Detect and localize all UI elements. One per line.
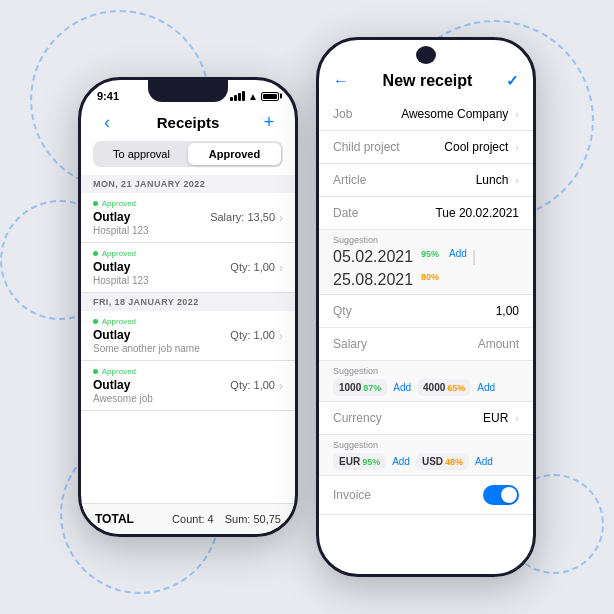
- qty-row[interactable]: Qty 1,00: [319, 295, 533, 328]
- salary-row[interactable]: Salary Amount: [319, 328, 533, 361]
- item-detail: Qty: 1,00: [230, 261, 275, 273]
- currency-value: EUR ›: [483, 411, 519, 425]
- date-field-row[interactable]: Date Tue 20.02.2021: [319, 197, 533, 230]
- total-bar: TOTAL Count: 4 Sum: 50,75: [81, 503, 295, 534]
- item-type: Outlay: [93, 328, 130, 342]
- confirm-button[interactable]: ✓: [506, 72, 519, 90]
- item-sub: Some another job name: [93, 343, 275, 354]
- currency-field-row[interactable]: Currency EUR ›: [319, 402, 533, 435]
- job-field-row[interactable]: Job Awesome Company ›: [319, 98, 533, 131]
- chevron-icon: ›: [279, 379, 283, 393]
- article-field-row[interactable]: Article Lunch ›: [319, 164, 533, 197]
- currency-chip-val-2: USD: [422, 456, 443, 467]
- item-detail: Qty: 1,00: [230, 329, 275, 341]
- chip-date-2: 25.08.2021: [333, 271, 413, 289]
- approved-dot: [93, 251, 98, 256]
- back-button-right[interactable]: ←: [333, 72, 349, 90]
- currency-add-2[interactable]: Add: [475, 456, 493, 467]
- date-add-button-1[interactable]: Add: [449, 248, 467, 266]
- phone-notch-left: [148, 80, 228, 102]
- signal-icon: [230, 91, 245, 101]
- currency-chip-pct-2: 48%: [445, 457, 463, 467]
- total-label: TOTAL: [95, 512, 134, 526]
- receipt-item-content: Approved Outlay Qty: 1,00 Hospital 123: [93, 249, 275, 286]
- approved-badge: Approved: [93, 317, 275, 326]
- item-row: Outlay Qty: 1,00: [93, 378, 275, 392]
- chevron-icon: ›: [279, 329, 283, 343]
- approved-badge: Approved: [93, 199, 275, 208]
- receipt-item[interactable]: Approved Outlay Qty: 1,00 Hospital 123 ›: [81, 243, 295, 293]
- total-values: Count: 4 Sum: 50,75: [172, 513, 281, 525]
- article-label: Article: [333, 173, 366, 187]
- item-type: Outlay: [93, 378, 130, 392]
- salary-add-1[interactable]: Add: [393, 382, 411, 393]
- salary-suggestion-row: Suggestion 1000 87% Add 4000 65% Add: [319, 361, 533, 402]
- salary-add-2[interactable]: Add: [477, 382, 495, 393]
- currency-chip-2[interactable]: USD 48%: [416, 453, 469, 470]
- chip-pct-1: 95%: [418, 248, 442, 266]
- child-project-label: Child project: [333, 140, 400, 154]
- qty-label: Qty: [333, 304, 352, 318]
- article-value: Lunch ›: [476, 173, 519, 187]
- salary-chip-pct-2: 65%: [447, 383, 465, 393]
- back-button[interactable]: ‹: [95, 112, 119, 133]
- right-phone: ← New receipt ✓ Job Awesome Company › Ch…: [316, 37, 536, 577]
- child-project-field-row[interactable]: Child project Cool project ›: [319, 131, 533, 164]
- salary-value: Amount: [478, 337, 519, 351]
- total-sum: Sum: 50,75: [225, 513, 281, 525]
- segment-approved[interactable]: Approved: [188, 143, 281, 165]
- invoice-row[interactable]: Invoice: [319, 476, 533, 515]
- job-value: Awesome Company ›: [401, 107, 519, 121]
- item-row: Outlay Qty: 1,00: [93, 260, 275, 274]
- new-receipt-header: ← New receipt ✓: [319, 68, 533, 98]
- page-title: Receipts: [119, 114, 257, 131]
- total-count: Count: 4: [172, 513, 214, 525]
- chevron-icon: ›: [515, 174, 519, 186]
- currency-suggestion-row: Suggestion EUR 95% Add USD 48% Add: [319, 435, 533, 476]
- invoice-toggle[interactable]: [483, 485, 519, 505]
- chevron-icon: ›: [279, 211, 283, 225]
- date-label: Date: [333, 206, 358, 220]
- salary-chip-1[interactable]: 1000 87%: [333, 379, 387, 396]
- date-suggestion-row: Suggestion 05.02.2021 95% Add | 25.08.20…: [319, 230, 533, 295]
- battery-icon: [261, 92, 279, 101]
- job-label: Job: [333, 107, 352, 121]
- left-phone: 9:41 ▲ ‹ Receipts + To approval Approved: [78, 77, 298, 537]
- salary-chip-val-1: 1000: [339, 382, 361, 393]
- receipt-item[interactable]: Approved Outlay Salary: 13,50 Hospital 1…: [81, 193, 295, 243]
- currency-chips: EUR 95% Add USD 48% Add: [333, 453, 519, 470]
- qty-value: 1,00: [496, 304, 519, 318]
- phone-notch-right: [416, 46, 436, 64]
- item-sub: Awesome job: [93, 393, 275, 404]
- chevron-icon: ›: [279, 261, 283, 275]
- invoice-label: Invoice: [333, 488, 371, 502]
- receipt-item-content: Approved Outlay Qty: 1,00 Some another j…: [93, 317, 275, 354]
- salary-chip-2[interactable]: 4000 65%: [417, 379, 471, 396]
- wifi-icon: ▲: [248, 91, 258, 102]
- item-sub: Hospital 123: [93, 225, 275, 236]
- add-button[interactable]: +: [257, 112, 281, 133]
- item-row: Outlay Salary: 13,50: [93, 210, 275, 224]
- currency-suggestion-label: Suggestion: [333, 440, 519, 450]
- item-detail: Qty: 1,00: [230, 379, 275, 391]
- receipt-item[interactable]: Approved Outlay Qty: 1,00 Some another j…: [81, 311, 295, 361]
- approved-dot: [93, 369, 98, 374]
- item-row: Outlay Qty: 1,00: [93, 328, 275, 342]
- child-project-value: Cool project ›: [444, 140, 519, 154]
- salary-label: Salary: [333, 337, 367, 351]
- approved-dot: [93, 201, 98, 206]
- salary-chip-val-2: 4000: [423, 382, 445, 393]
- receipt-item[interactable]: Approved Outlay Qty: 1,00 Awesome job ›: [81, 361, 295, 411]
- chip-pct-2: 80%: [418, 271, 442, 289]
- currency-chip-pct-1: 95%: [362, 457, 380, 467]
- section-header-jan21: MON, 21 JANUARY 2022: [81, 175, 295, 193]
- segment-to-approval[interactable]: To approval: [95, 143, 188, 165]
- currency-chip-val-1: EUR: [339, 456, 360, 467]
- item-detail: Salary: 13,50: [210, 211, 275, 223]
- receipts-header: ‹ Receipts +: [81, 108, 295, 141]
- section-header-jan18: FRI, 18 JANUARY 2022: [81, 293, 295, 311]
- currency-add-1[interactable]: Add: [392, 456, 410, 467]
- status-icons: ▲: [230, 91, 279, 102]
- date-value: Tue 20.02.2021: [435, 206, 519, 220]
- currency-chip-1[interactable]: EUR 95%: [333, 453, 386, 470]
